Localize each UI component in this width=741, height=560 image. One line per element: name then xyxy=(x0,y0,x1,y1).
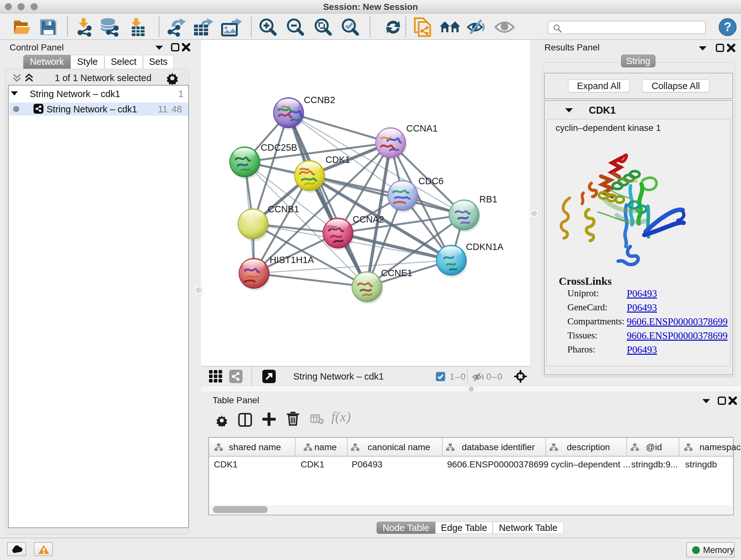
svg-text:CCNE1: CCNE1 xyxy=(381,268,412,278)
svg-text:?: ? xyxy=(724,20,731,34)
svg-text:CDC6: CDC6 xyxy=(418,176,444,186)
svg-text:CCNB1: CCNB1 xyxy=(268,204,299,214)
svg-text:RB1: RB1 xyxy=(479,194,497,204)
svg-text:CDC25B: CDC25B xyxy=(261,142,297,152)
svg-text:CCNA1: CCNA1 xyxy=(406,123,437,133)
svg-text:CDK1: CDK1 xyxy=(326,154,350,165)
svg-text:CCNB2: CCNB2 xyxy=(304,95,335,105)
svg-text:CCNA2: CCNA2 xyxy=(353,214,384,225)
svg-text:CDKN1A: CDKN1A xyxy=(466,242,503,252)
svg-text:HIST1H1A: HIST1H1A xyxy=(270,255,314,265)
